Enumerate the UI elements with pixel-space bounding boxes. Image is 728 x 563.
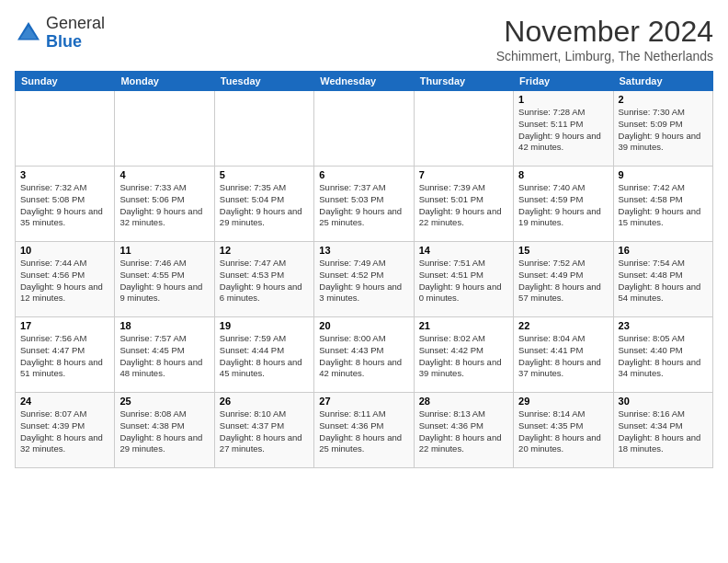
col-saturday: Saturday [613,72,712,91]
day-number: 27 [319,396,408,407]
day-number: 6 [319,169,408,180]
day-info: Sunrise: 7:30 AM Sunset: 5:09 PM Dayligh… [619,107,708,154]
calendar-cell: 17Sunrise: 7:56 AM Sunset: 4:47 PM Dayli… [16,317,115,393]
calendar-cell: 6Sunrise: 7:37 AM Sunset: 5:03 PM Daylig… [314,167,414,242]
day-number: 10 [20,245,109,256]
day-number: 9 [619,169,708,180]
day-number: 3 [20,169,109,180]
day-number: 8 [518,169,608,180]
day-info: Sunrise: 7:40 AM Sunset: 4:59 PM Dayligh… [518,182,608,229]
col-tuesday: Tuesday [214,72,313,91]
day-info: Sunrise: 7:46 AM Sunset: 4:55 PM Dayligh… [119,258,209,304]
calendar-cell [16,91,115,167]
day-number: 14 [419,245,508,256]
day-info: Sunrise: 7:52 AM Sunset: 4:49 PM Dayligh… [518,258,608,304]
calendar-cell: 22Sunrise: 8:04 AM Sunset: 4:41 PM Dayli… [514,317,613,393]
col-wednesday: Wednesday [314,72,414,91]
day-info: Sunrise: 8:00 AM Sunset: 4:43 PM Dayligh… [319,333,408,380]
day-number: 28 [419,396,508,407]
day-number: 4 [119,169,209,180]
day-info: Sunrise: 8:10 AM Sunset: 4:37 PM Dayligh… [220,408,309,455]
calendar-cell: 7Sunrise: 7:39 AM Sunset: 5:01 PM Daylig… [414,167,513,242]
calendar-cell [214,91,313,167]
day-info: Sunrise: 7:54 AM Sunset: 4:48 PM Dayligh… [619,258,708,304]
col-friday: Friday [514,72,613,91]
day-number: 19 [220,320,309,331]
day-info: Sunrise: 8:11 AM Sunset: 4:36 PM Dayligh… [319,408,408,455]
day-number: 29 [518,396,608,407]
logo-text: General Blue [46,15,105,52]
day-info: Sunrise: 8:16 AM Sunset: 4:34 PM Dayligh… [619,408,708,455]
calendar-cell: 15Sunrise: 7:52 AM Sunset: 4:49 PM Dayli… [514,242,613,317]
calendar-cell: 30Sunrise: 8:16 AM Sunset: 4:34 PM Dayli… [613,393,712,468]
day-number: 22 [518,320,608,331]
calendar-week-4: 17Sunrise: 7:56 AM Sunset: 4:47 PM Dayli… [16,317,713,393]
calendar-cell [314,91,414,167]
day-info: Sunrise: 8:04 AM Sunset: 4:41 PM Dayligh… [518,333,608,380]
calendar-cell: 12Sunrise: 7:47 AM Sunset: 4:53 PM Dayli… [214,242,313,317]
day-number: 15 [518,245,608,256]
calendar-week-2: 3Sunrise: 7:32 AM Sunset: 5:08 PM Daylig… [16,167,713,242]
day-info: Sunrise: 7:37 AM Sunset: 5:03 PM Dayligh… [319,182,408,229]
day-info: Sunrise: 8:13 AM Sunset: 4:36 PM Dayligh… [419,408,508,455]
calendar-cell: 19Sunrise: 7:59 AM Sunset: 4:44 PM Dayli… [214,317,313,393]
day-info: Sunrise: 7:49 AM Sunset: 4:52 PM Dayligh… [319,258,408,304]
day-info: Sunrise: 7:44 AM Sunset: 4:56 PM Dayligh… [20,258,109,304]
calendar-cell: 16Sunrise: 7:54 AM Sunset: 4:48 PM Dayli… [613,242,712,317]
day-number: 18 [119,320,209,331]
day-info: Sunrise: 7:42 AM Sunset: 4:58 PM Dayligh… [619,182,708,229]
day-number: 7 [419,169,508,180]
calendar-cell: 18Sunrise: 7:57 AM Sunset: 4:45 PM Dayli… [115,317,214,393]
calendar-cell [414,91,513,167]
logo: General Blue [15,15,105,52]
day-number: 24 [20,396,109,407]
day-number: 11 [119,245,209,256]
title-block: November 2024 Schimmert, Limburg, The Ne… [496,15,713,63]
day-info: Sunrise: 8:14 AM Sunset: 4:35 PM Dayligh… [518,408,608,455]
logo-blue: Blue [46,32,82,51]
col-monday: Monday [115,72,214,91]
calendar-header-row: Sunday Monday Tuesday Wednesday Thursday… [16,72,713,91]
calendar-cell: 8Sunrise: 7:40 AM Sunset: 4:59 PM Daylig… [514,167,613,242]
day-number: 20 [319,320,408,331]
month-title: November 2024 [496,15,713,49]
calendar-cell: 20Sunrise: 8:00 AM Sunset: 4:43 PM Dayli… [314,317,414,393]
header: General Blue November 2024 Schimmert, Li… [15,15,713,63]
calendar-cell: 10Sunrise: 7:44 AM Sunset: 4:56 PM Dayli… [16,242,115,317]
calendar-table: Sunday Monday Tuesday Wednesday Thursday… [15,71,713,468]
day-info: Sunrise: 7:47 AM Sunset: 4:53 PM Dayligh… [220,258,309,304]
calendar-cell: 4Sunrise: 7:33 AM Sunset: 5:06 PM Daylig… [115,167,214,242]
day-info: Sunrise: 7:35 AM Sunset: 5:04 PM Dayligh… [220,182,309,229]
day-number: 16 [619,245,708,256]
day-number: 21 [419,320,508,331]
day-info: Sunrise: 8:02 AM Sunset: 4:42 PM Dayligh… [419,333,508,380]
calendar-cell: 24Sunrise: 8:07 AM Sunset: 4:39 PM Dayli… [16,393,115,468]
calendar-cell: 9Sunrise: 7:42 AM Sunset: 4:58 PM Daylig… [613,167,712,242]
calendar-cell: 14Sunrise: 7:51 AM Sunset: 4:51 PM Dayli… [414,242,513,317]
calendar-cell: 21Sunrise: 8:02 AM Sunset: 4:42 PM Dayli… [414,317,513,393]
location-subtitle: Schimmert, Limburg, The Netherlands [496,49,713,63]
day-number: 17 [20,320,109,331]
calendar-cell: 13Sunrise: 7:49 AM Sunset: 4:52 PM Dayli… [314,242,414,317]
day-info: Sunrise: 8:05 AM Sunset: 4:40 PM Dayligh… [619,333,708,380]
day-info: Sunrise: 7:57 AM Sunset: 4:45 PM Dayligh… [119,333,209,380]
logo-general: General [46,14,105,32]
day-info: Sunrise: 7:59 AM Sunset: 4:44 PM Dayligh… [220,333,309,380]
day-number: 5 [220,169,309,180]
day-number: 1 [518,94,608,105]
calendar-cell: 25Sunrise: 8:08 AM Sunset: 4:38 PM Dayli… [115,393,214,468]
calendar-week-1: 1Sunrise: 7:28 AM Sunset: 5:11 PM Daylig… [16,91,713,167]
calendar-cell [115,91,214,167]
day-info: Sunrise: 8:07 AM Sunset: 4:39 PM Dayligh… [20,408,109,455]
day-info: Sunrise: 8:08 AM Sunset: 4:38 PM Dayligh… [119,408,209,455]
day-number: 26 [220,396,309,407]
day-info: Sunrise: 7:28 AM Sunset: 5:11 PM Dayligh… [518,107,608,154]
day-number: 25 [119,396,209,407]
col-thursday: Thursday [414,72,513,91]
logo-icon [15,19,42,47]
day-number: 2 [619,94,708,105]
calendar-cell: 26Sunrise: 8:10 AM Sunset: 4:37 PM Dayli… [214,393,313,468]
day-number: 23 [619,320,708,331]
calendar-cell: 3Sunrise: 7:32 AM Sunset: 5:08 PM Daylig… [16,167,115,242]
day-info: Sunrise: 7:39 AM Sunset: 5:01 PM Dayligh… [419,182,508,229]
